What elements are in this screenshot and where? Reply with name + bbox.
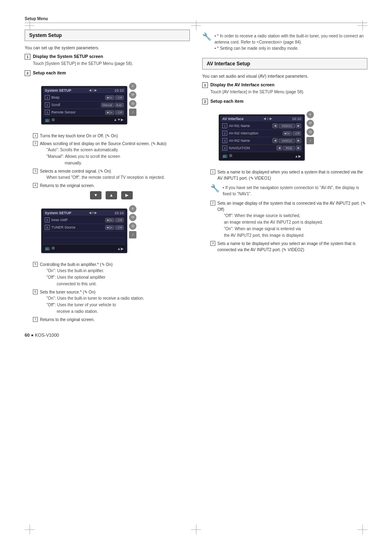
av-value-avin2: VIDEO2 [279,139,295,143]
item-num-6: 6 [33,289,38,294]
av-item-1: 1 Sets a name to be displayed when you s… [210,169,367,181]
item-7-text: Returns to the original screen. [40,317,95,322]
item-3-content: Selects a remote control signal. (✎ On) … [40,168,165,181]
screen1-btn-remote-on[interactable]: ■On [105,110,114,115]
av-item-3-text: Sets a name to be displayed when you sel… [217,241,355,252]
screen2-btns-inneramp[interactable]: ■On □Off [105,218,124,222]
av-screen-bottom-icons: 📺 ⚙ [222,153,233,158]
item-5-sub: "On": Uses the built-in amplifier. "Off"… [46,268,113,287]
screen1-btns-remote[interactable]: ■On □Off [105,110,124,115]
item-3-sub: When turned "Off", the remote control of… [46,174,165,181]
screen2-bottom-nav: ▲▶ [117,247,124,251]
screen1-btns-beep[interactable]: ■On □Off [105,95,124,100]
system-notes-box: 🔧 * In order to receive a radio station … [202,33,367,51]
av-item-num-3: 3 [210,241,215,246]
av-btn-nav-prev[interactable]: ◀ [277,146,282,150]
av-btn-avin1-prev[interactable]: ◀ [272,123,278,128]
screen1-btn-remote-off[interactable]: □Off [115,110,124,115]
system-screen2: System SETUP ◀ 9 ▶ 10:10 5 Inner AMP ■On… [41,208,127,253]
av-setup-header-box: AV Interface Setup [202,58,367,69]
crosshair-bottom-center [191,525,201,534]
system-step1-desc: Touch [System SETUP] in the SETUP Menu (… [33,60,133,67]
system-item-6: 6 Sets the tuner source.* (✎ On) "On": U… [33,289,190,315]
av-btn-avin2-off[interactable]: □Off [293,131,301,136]
screen2-btns-tuner[interactable]: ■On □Off [105,225,124,230]
item-5-content: Controlling the built-in amplifier.* (✎ … [40,261,113,287]
av-item-2-content: Sets an image display of the system that… [217,200,367,239]
screen1-bottom-icons: 📺 ⚙ [45,118,55,122]
screen1-btns-scroll[interactable]: Manual Auto [101,103,124,107]
item-num-5: 5 [33,262,38,267]
av-screen: AV Interface ◀ 1 ▶ 10:10 1 AV-IN1 Name ◀… [219,114,305,161]
av-note-box: 🔧 If you have set the navigation system … [210,185,367,197]
av-btns-nav[interactable]: ◀ RGB ▶ [277,146,301,150]
screen1-btn-scroll-auto[interactable]: Auto [115,103,124,107]
item-4-text: Returns to the original screen. [40,183,95,188]
item-num-3: 3 [33,169,38,173]
screen2-btn-tuner-on[interactable]: ■On [105,225,114,230]
note-item-2: * Setting can be made only in standby mo… [214,45,367,51]
arrow-down[interactable]: ▼ [90,191,101,199]
screen2-bottom: 📺 ⚙ ▲▶ [43,245,125,252]
av-bottom-nav: ▲▶ [295,154,301,158]
screen1-side-icon-1: ≡ [129,83,136,90]
av-step2: 2 Setup each item [202,98,367,104]
av-row-avin2-name: 3 AV-IN2 Name ◀ VIDEO2 ▶ [221,137,303,145]
item-3-pencil: ✎ [100,169,103,173]
crosshair-bottom-left [25,525,35,534]
av-setup-title: AV Interface Setup [207,61,250,67]
system-screen2-title: System SETUP [45,211,71,215]
screen2-btn-inneramp-off[interactable]: □Off [115,218,124,222]
av-icon-gear: ⚙ [229,153,233,158]
arrow-right[interactable]: ▶ [121,191,133,199]
screen1-num-2: 2 [45,102,50,107]
screen1-side-icons: ≡ ⟳ ◎ ♪ [129,83,136,116]
av-num-2: 2 [222,131,227,136]
screen2-row-tuner: 6 TUNER Source ■On □Off [43,224,125,231]
system-screen1-title: System SETUP [45,88,71,92]
page-number: 60 [25,333,30,338]
screen1-icon-gear: ⚙ [51,118,55,122]
screen1-bottom: 📺 ⚙ ▲▼▶ [43,117,125,123]
arrow-up[interactable]: ▲ [106,191,117,199]
av-value-avin1: VIDEO1 [279,124,295,128]
av-btn-nav-next[interactable]: ▶ [296,146,301,150]
screen2-label-inneramp: Inner AMP [51,218,105,222]
system-screen1: System SETUP ◀ 1 ▶ 10:10 1 Beep ■On □Off [41,86,127,125]
screen1-btn-beep-off[interactable]: □Off [115,95,124,100]
av-item-3: 3 Sets a name to be displayed when you s… [210,240,367,253]
screen1-bottom-right-icons: ▲▼▶ [113,118,124,122]
screen2-bottom-right: ▲▶ [117,246,124,251]
item-2-text: Allows scrolling of text display on the … [40,141,166,146]
av-btn-avin2-next[interactable]: ▶ [296,138,301,143]
av-note-list: If you have set the navigation system co… [223,185,367,197]
screen1-num-3: 3 [45,110,50,115]
av-note-text: If you have set the navigation system co… [223,185,367,197]
item-2-content: Allows scrolling of text display on the … [40,141,166,166]
av-btn-avin1-next[interactable]: ▶ [296,123,301,128]
system-screen1-header: System SETUP ◀ 1 ▶ 10:10 [43,88,125,93]
item-2-pencil: ✎ [152,141,156,146]
av-btn-avin2-on[interactable]: ■On [283,131,292,136]
system-setup-header-box: System Setup [25,30,190,41]
av-item-num-1: 1 [210,169,215,174]
screen1-row-beep: 1 Beep ■On □Off [43,94,125,102]
av-btns-avin2-name[interactable]: ◀ VIDEO2 ▶ [272,138,301,143]
item-6-content: Sets the tuner source.* (✎ On) "On": Use… [40,289,144,315]
system-step2-label: Setup each item [33,70,66,76]
av-screen-bottom-right: ▲▶ [295,153,301,158]
screen1-btn-scroll-manual[interactable]: Manual [101,103,114,107]
av-btns-avin2-int[interactable]: ■On □Off [283,131,301,136]
screen2-btn-tuner-off[interactable]: □Off [115,225,124,230]
screen2-btn-inneramp-on[interactable]: ■On [105,218,114,222]
note-item-1: * In order to receive a radio station wi… [214,33,367,45]
screen2-side-icon-4: ♪ [129,231,136,238]
item-num-1: 1 [33,133,38,138]
av-side-icon-1: ≡ [307,111,314,118]
av-btn-avin2-prev[interactable]: ◀ [272,138,278,143]
screen1-btn-beep-on[interactable]: ■On [105,95,114,100]
av-btns-avin1[interactable]: ◀ VIDEO1 ▶ [272,123,301,128]
av-interface-column: 🔧 * In order to receive a radio station … [202,30,367,324]
av-num-4: 4 [222,146,227,150]
av-screen-wrapper: AV Interface ◀ 1 ▶ 10:10 1 AV-IN1 Name ◀… [210,111,305,164]
